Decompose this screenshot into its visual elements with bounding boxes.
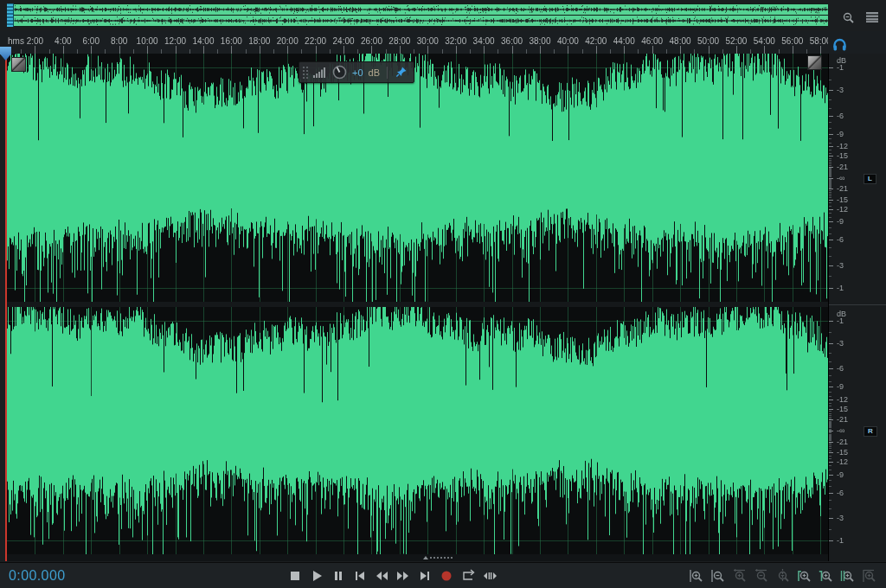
record-button[interactable] <box>437 567 455 585</box>
db-tick-minor <box>829 448 831 449</box>
waveform-right-channel[interactable] <box>7 307 828 554</box>
ruler-tick-label: 46:00 <box>641 36 663 46</box>
overview-playhead-indicator[interactable] <box>7 3 14 27</box>
db-scale-label: -6 <box>837 489 844 497</box>
zoom-in-at-in-point-button[interactable] <box>797 568 814 584</box>
db-tick-minor <box>829 194 831 195</box>
ruler-tick-major <box>287 46 288 54</box>
db-tick-minor <box>829 233 831 234</box>
db-tick-major <box>829 116 833 117</box>
db-scale-label: -3 <box>837 86 844 94</box>
db-tick-major <box>829 493 833 494</box>
db-tick-minor <box>829 247 831 248</box>
overview-toolbar <box>833 7 885 28</box>
channel-badge-l[interactable]: L <box>864 174 876 184</box>
fast-forward-button[interactable] <box>394 567 412 585</box>
playhead-line[interactable] <box>5 54 7 561</box>
volume-hud[interactable]: +0 dB <box>299 61 414 83</box>
db-tick-minor <box>829 406 831 406</box>
ruler-tick-label: 36:00 <box>501 36 523 46</box>
skip-selection-button[interactable] <box>480 567 498 585</box>
stop-button[interactable] <box>286 567 304 585</box>
db-tick-major <box>829 265 833 266</box>
move-playhead-to-next-button[interactable] <box>415 567 433 585</box>
hud-drag-handle[interactable] <box>303 67 308 79</box>
ruler-tick-major <box>484 46 485 54</box>
db-tick-major <box>829 462 833 463</box>
db-tick-minor <box>829 160 831 161</box>
corner-handle-icon[interactable] <box>11 57 26 72</box>
db-tick-minor <box>829 99 831 100</box>
skip-back-icon <box>352 572 368 585</box>
overview-waveform[interactable] <box>7 3 828 27</box>
db-tick-major <box>829 321 833 322</box>
ruler-tick-label: 32:00 <box>445 36 466 46</box>
ruler-tick-major <box>793 46 793 54</box>
ruler-tick-label: 16:00 <box>221 36 242 46</box>
db-tick-minor <box>829 153 831 154</box>
ruler-tick-major <box>63 46 64 54</box>
zoom-to-selection-button[interactable] <box>840 568 857 584</box>
gain-value[interactable]: +0 <box>352 67 363 78</box>
loop-icon <box>460 572 476 585</box>
zoom-in-amplitude-button[interactable] <box>689 568 706 584</box>
ruler-tick-label: 14:00 <box>192 36 214 46</box>
timeline-ruler[interactable]: hms 2:004:006:008:0010:0012:0014:0016:00… <box>0 31 828 54</box>
db-tick-major <box>829 518 833 519</box>
db-tick-major <box>829 452 833 453</box>
time-display[interactable]: 0:00.000 <box>9 568 65 584</box>
db-tick-minor <box>829 436 831 437</box>
zoom-out-icon[interactable] <box>840 10 857 24</box>
db-tick-minor <box>829 353 831 354</box>
gain-unit-label: dB <box>369 67 380 78</box>
db-scale-label: -∞ <box>837 174 844 182</box>
db-tick-minor <box>829 500 831 501</box>
gain-knob-icon[interactable] <box>332 65 347 80</box>
headphones-icon[interactable] <box>832 38 847 51</box>
db-tick-major <box>829 221 833 222</box>
db-tick-minor <box>829 213 831 214</box>
ruler-tick-label: 30:00 <box>417 36 439 46</box>
scroll-arrow-icon[interactable] <box>423 556 428 559</box>
pause-button[interactable] <box>329 567 347 585</box>
loop-playback-button[interactable] <box>459 567 477 585</box>
waveform-left-channel[interactable] <box>7 54 828 302</box>
rewind-button[interactable] <box>372 567 390 585</box>
play-button[interactable] <box>307 567 325 585</box>
db-tick-minor <box>829 197 831 198</box>
pin-icon[interactable] <box>395 66 408 79</box>
zoom-in-at-out-point-button[interactable] <box>819 568 836 584</box>
ruler-tick-major <box>540 46 541 54</box>
ruler-tick-major <box>343 46 344 54</box>
zoom-out-full-button[interactable] <box>775 568 793 584</box>
zoom-full-button[interactable] <box>862 568 879 584</box>
stop-icon <box>287 572 303 585</box>
scroll-strip[interactable] <box>7 554 828 561</box>
db-tick-minor <box>829 456 831 457</box>
db-tick-minor <box>829 438 831 439</box>
ruler-tick-label: 2:00 <box>27 36 43 46</box>
menu-icon[interactable] <box>865 11 879 23</box>
move-playhead-to-previous-button[interactable] <box>350 567 369 585</box>
db-tick-major <box>829 399 833 400</box>
overview-panel[interactable] <box>7 3 828 27</box>
zoom-out-time-button[interactable] <box>754 568 771 584</box>
db-tick-minor <box>829 186 831 187</box>
drag-handle[interactable] <box>430 557 453 559</box>
db-tick-minor <box>829 181 831 182</box>
db-tick-minor <box>829 439 831 440</box>
db-scale-label: -9 <box>837 217 844 226</box>
db-scale-panel: dB-1-1-3-3-6-6-9-9-12-12-15-15-21-21-∞Ld… <box>828 54 886 561</box>
db-tick-minor <box>829 143 831 144</box>
ruler-tick-label: 44:00 <box>613 36 635 46</box>
db-tick-major <box>829 156 833 157</box>
skip-forward-icon <box>417 572 433 585</box>
db-tick-major <box>829 540 833 541</box>
corner-handle-icon[interactable] <box>807 55 822 70</box>
db-tick-major <box>829 387 833 387</box>
play-icon <box>309 572 324 585</box>
channel-badge-r[interactable]: R <box>864 426 877 437</box>
db-tick-minor <box>829 529 831 530</box>
zoom-in-time-button[interactable] <box>732 568 749 584</box>
zoom-out-amplitude-button[interactable] <box>710 568 728 584</box>
